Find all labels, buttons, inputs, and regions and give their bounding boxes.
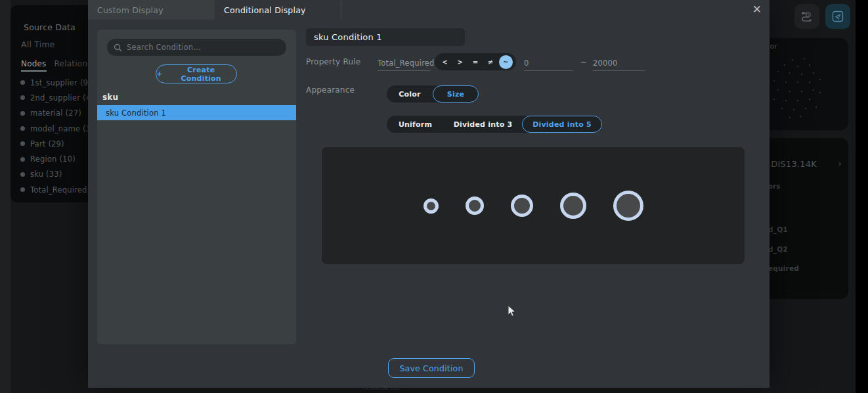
property-name-partial: d_Q2 [768, 245, 788, 253]
operator-range[interactable]: ~ [499, 55, 513, 69]
tab-custom-display[interactable]: Custom Display [88, 0, 215, 20]
condition-list-panel: + Create Condition sku sku Condition 1 [97, 30, 296, 344]
search-input[interactable] [127, 43, 280, 52]
appearance-option-color[interactable]: Color [387, 85, 433, 103]
preview-circle-5 [613, 191, 643, 221]
size-preview-panel [322, 147, 745, 264]
chevron-right-icon[interactable]: › [838, 158, 842, 168]
division-toggle: Uniform Divided into 3 Divided into 5 [387, 116, 602, 133]
create-condition-button[interactable]: + Create Condition [156, 64, 237, 83]
tab-nodes[interactable]: Nodes [21, 59, 47, 72]
plus-icon: + [156, 70, 162, 78]
navigator-panel[interactable]: tor [762, 38, 848, 130]
property-select[interactable]: Total_Required [378, 56, 430, 71]
condition-name-field[interactable]: sku Condition 1 [306, 28, 465, 46]
node-color-dot [20, 157, 25, 162]
appearance-toggle: Color Size [387, 85, 479, 103]
division-option-uniform[interactable]: Uniform [387, 116, 444, 133]
operator-not-equals[interactable]: ≠ [484, 55, 498, 69]
property-rule-label: Property Rule [306, 57, 360, 66]
source-data-title: Source Data [24, 22, 76, 32]
operator-equals[interactable]: = [468, 55, 482, 69]
app-root: Source Data All Time Nodes Relationships… [0, 0, 868, 393]
paper-plane-icon [832, 11, 844, 22]
display-settings-modal: Custom Display Conditional Display ✕ + C… [88, 0, 770, 388]
preview-circle-2 [466, 196, 484, 215]
preview-circle-4 [560, 193, 586, 219]
preview-circle-3 [511, 195, 533, 217]
node-color-dot [20, 141, 25, 146]
division-option-5[interactable]: Divided into 5 [522, 116, 602, 133]
property-name-partial: equired [768, 264, 799, 272]
route-history-icon [800, 10, 814, 23]
division-option-3[interactable]: Divided into 3 [444, 116, 522, 133]
node-id-label: .DIS13.14K [768, 159, 817, 169]
range-separator: ~ [580, 58, 587, 67]
operator-less-than[interactable]: < [438, 55, 452, 69]
node-color-dot [20, 80, 25, 85]
condition-group-label: sku [102, 93, 118, 102]
property-name-partial: d_Q1 [768, 225, 788, 233]
node-color-dot [20, 126, 25, 131]
condition-list-item-selected[interactable]: sku Condition 1 [97, 105, 296, 120]
save-condition-button[interactable]: Save Condition [388, 358, 475, 378]
operator-segmented-control: < > = ≠ ~ [435, 53, 516, 70]
appearance-option-size[interactable]: Size [433, 85, 479, 103]
time-travel-button[interactable] [794, 4, 819, 29]
node-details-panel: .DIS13.14K › ors d_Q1 d_Q2 equired [762, 138, 848, 299]
condition-search[interactable] [107, 39, 286, 56]
close-icon[interactable]: ✕ [747, 0, 767, 18]
left-edge-strip [0, 0, 11, 393]
send-button[interactable] [825, 4, 850, 29]
time-filter[interactable]: All Time [21, 39, 55, 49]
right-edge-strip [856, 0, 868, 393]
node-color-dot [20, 95, 25, 100]
details-subheading: ors [768, 183, 780, 190]
preview-circle-1 [423, 198, 439, 214]
range-max-input[interactable]: 20000 [593, 56, 645, 71]
node-color-dot [20, 187, 25, 192]
operator-greater-than[interactable]: > [453, 55, 467, 69]
search-icon [114, 43, 122, 52]
range-min-input[interactable]: 0 [524, 56, 573, 71]
node-color-dot [20, 111, 25, 116]
appearance-label: Appearance [306, 85, 355, 95]
mouse-cursor [507, 305, 517, 318]
tab-conditional-display[interactable]: Conditional Display [215, 0, 341, 20]
node-color-dot [20, 172, 25, 177]
